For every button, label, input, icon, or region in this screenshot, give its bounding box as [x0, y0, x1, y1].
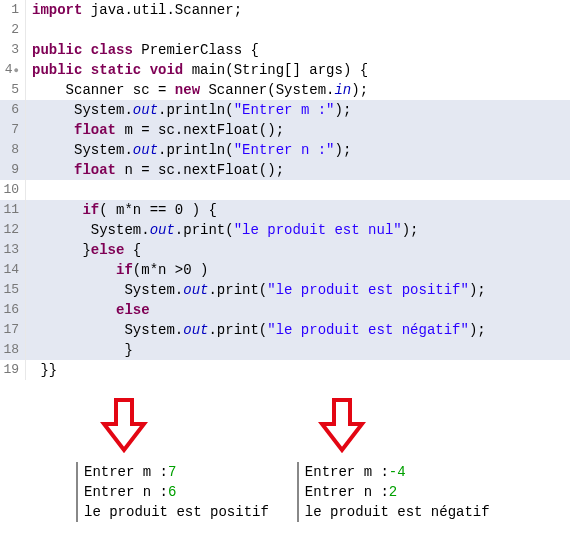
code-line[interactable]: 11 if( m*n == 0 ) { [0, 200, 570, 220]
line-number: 2 [0, 20, 26, 40]
code-text: ( m*n == 0 ) { [99, 202, 217, 218]
code-line[interactable]: 2 [0, 20, 570, 40]
line-number: 12 [0, 220, 26, 240]
code-line[interactable]: 1 import java.util.Scanner; [0, 0, 570, 20]
line-number: 4● [0, 60, 26, 80]
string-literal: "le produit est négatif" [267, 322, 469, 338]
keyword: public [32, 42, 82, 58]
keyword: else [91, 242, 125, 258]
keyword: float [74, 122, 116, 138]
code-editor[interactable]: 1 import java.util.Scanner; 2 3 public c… [0, 0, 570, 380]
line-number: 10 [0, 180, 26, 200]
field-ref: out [133, 142, 158, 158]
code-line[interactable]: 5 Scanner sc = new Scanner(System.in); [0, 80, 570, 100]
keyword: void [150, 62, 184, 78]
console-result: le produit est positif [84, 502, 269, 522]
code-text: n = sc.nextFloat(); [116, 162, 284, 178]
code-line[interactable]: 6 System.out.println("Entrer m :"); [0, 100, 570, 120]
line-number: 13 [0, 240, 26, 260]
code-text: }} [32, 362, 57, 378]
fold-marker-icon: ● [14, 66, 19, 76]
code-line[interactable]: 7 float m = sc.nextFloat(); [0, 120, 570, 140]
line-number: 1 [0, 0, 26, 20]
code-text: } [32, 342, 133, 358]
field-ref: out [150, 222, 175, 238]
code-line[interactable]: 9 float n = sc.nextFloat(); [0, 160, 570, 180]
code-line[interactable]: 18 } [0, 340, 570, 360]
console-input-value: 6 [168, 484, 176, 500]
console-input-value: -4 [389, 464, 406, 480]
console-input-value: 7 [168, 464, 176, 480]
keyword: public [32, 62, 82, 78]
keyword: float [74, 162, 116, 178]
line-number: 17 [0, 320, 26, 340]
code-line[interactable]: 15 System.out.print("le produit est posi… [0, 280, 570, 300]
keyword: if [116, 262, 133, 278]
console-prompt: Entrer m : [84, 464, 168, 480]
keyword: else [116, 302, 150, 318]
keyword: import [32, 2, 82, 18]
field-ref: in [334, 82, 351, 98]
line-number: 3 [0, 40, 26, 60]
code-text: PremierClass { [133, 42, 259, 58]
console-prompt: Entrer n : [305, 484, 389, 500]
code-line[interactable]: 12 System.out.print("le produit est nul"… [0, 220, 570, 240]
field-ref: out [183, 282, 208, 298]
field-ref: out [183, 322, 208, 338]
console-result: le produit est négatif [305, 502, 490, 522]
arrow-down-icon [318, 398, 366, 454]
keyword: new [175, 82, 200, 98]
line-number: 8 [0, 140, 26, 160]
code-line[interactable]: 14 if(m*n >0 ) [0, 260, 570, 280]
line-number: 7 [0, 120, 26, 140]
code-line[interactable]: 3 public class PremierClass { [0, 40, 570, 60]
line-number: 15 [0, 280, 26, 300]
line-number: 11 [0, 200, 26, 220]
string-literal: "Entrer m :" [234, 102, 335, 118]
keyword: if [82, 202, 99, 218]
code-line[interactable]: 13 }else { [0, 240, 570, 260]
code-line[interactable]: 8 System.out.println("Entrer n :"); [0, 140, 570, 160]
console-output: Entrer m :-4 Entrer n :2 le produit est … [297, 462, 490, 522]
string-literal: "le produit est positif" [267, 282, 469, 298]
line-number: 9 [0, 160, 26, 180]
line-number: 14 [0, 260, 26, 280]
code-text: java.util.Scanner; [82, 2, 242, 18]
code-line[interactable]: 4● public static void main(String[] args… [0, 60, 570, 80]
code-line[interactable]: 19 }} [0, 360, 570, 380]
code-text: Scanner sc = [66, 82, 175, 98]
console-input-value: 2 [389, 484, 397, 500]
console-prompt: Entrer m : [305, 464, 389, 480]
line-number: 19 [0, 360, 26, 380]
code-text: m = sc.nextFloat(); [116, 122, 284, 138]
code-line[interactable]: 17 System.out.print("le produit est néga… [0, 320, 570, 340]
code-line[interactable]: 16 else [0, 300, 570, 320]
field-ref: out [133, 102, 158, 118]
line-number: 6 [0, 100, 26, 120]
line-number: 5 [0, 80, 26, 100]
keyword: class [91, 42, 133, 58]
console-output: Entrer m :7 Entrer n :6 le produit est p… [76, 462, 269, 522]
code-line[interactable]: 10 [0, 180, 570, 200]
string-literal: "le produit est nul" [234, 222, 402, 238]
code-text: (m*n >0 ) [133, 262, 209, 278]
keyword: static [91, 62, 141, 78]
arrow-down-icon [100, 398, 148, 454]
console-prompt: Entrer n : [84, 484, 168, 500]
string-literal: "Entrer n :" [234, 142, 335, 158]
code-text: main(String[] args) { [183, 62, 368, 78]
line-number: 18 [0, 340, 26, 360]
line-number: 16 [0, 300, 26, 320]
code-text: { [124, 242, 141, 258]
